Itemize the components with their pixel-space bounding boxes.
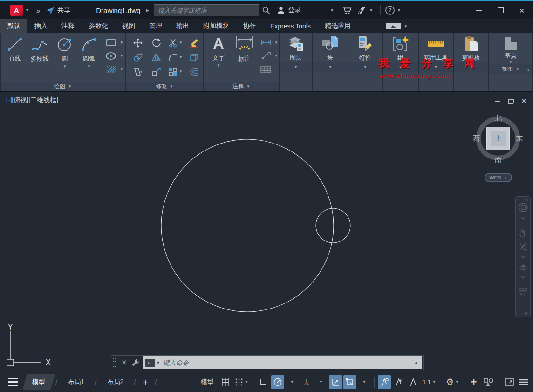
annotate-panel-expand-icon[interactable]: ▼ [246, 84, 250, 89]
showmotion-icon[interactable] [518, 288, 528, 298]
utilities-panel-expand-icon[interactable]: ▼ [434, 65, 438, 69]
polar-tracking-toggle[interactable] [271, 375, 284, 389]
block-panel-title[interactable]: ▼ [313, 62, 348, 72]
tab-view[interactable]: 视图 [115, 19, 142, 33]
command-input-field[interactable]: >_ ▼ ▲ [143, 356, 422, 369]
clipboard-panel-expand-icon[interactable]: ▼ [469, 65, 473, 69]
model-space-toggle[interactable]: 模型 [197, 378, 218, 386]
modify-panel-title[interactable]: 修改▼ [126, 82, 203, 91]
drawing-canvas[interactable]: Y X [0, 92, 533, 372]
properties-button[interactable]: 特性 [348, 33, 382, 62]
modify-panel-expand-icon[interactable]: ▼ [170, 84, 173, 89]
command-prompt-caret-icon[interactable]: ▼ [157, 361, 160, 365]
layout2-tab[interactable]: 布局2 [100, 374, 131, 390]
trim-flyout-icon[interactable]: ▼ [179, 41, 183, 45]
ribbon-display-toggle[interactable]: ▼ [386, 23, 408, 29]
search-input[interactable] [154, 4, 259, 16]
tab-annotate[interactable]: 注释 [55, 19, 82, 33]
store-cart-icon[interactable] [342, 6, 352, 15]
groups-panel-title[interactable]: ▼ [383, 62, 418, 72]
array-button[interactable]: ▼ [168, 67, 183, 77]
linear-dimension-button[interactable] [260, 39, 272, 46]
arc-button[interactable]: 圆弧 ▼ [77, 33, 101, 69]
signin-caret-icon[interactable]: ▼ [330, 8, 334, 13]
layers-panel-title[interactable]: ▼ [280, 62, 312, 72]
rotate-button[interactable] [151, 38, 162, 48]
groups-panel-expand-icon[interactable]: ▼ [399, 65, 403, 69]
viewcube-south-label[interactable]: 南 [495, 156, 502, 165]
navwheel-flyout-icon[interactable] [521, 217, 526, 220]
help-icon[interactable]: ? [385, 6, 395, 15]
viewcube-west-label[interactable]: 西 [473, 134, 480, 143]
signin-label[interactable]: 登录 [288, 6, 301, 14]
quick-access-expand-icon[interactable]: » [36, 7, 39, 14]
navigation-wheel-icon[interactable] [518, 202, 528, 213]
ellipse-button[interactable] [105, 52, 117, 60]
command-input[interactable] [163, 359, 414, 366]
annotation-autoscale-toggle[interactable] [392, 375, 405, 389]
viewport-restore-button[interactable] [508, 99, 514, 104]
command-palette[interactable]: ✕ >_ ▼ ▲ [111, 355, 424, 370]
block-button[interactable]: 块 [313, 33, 348, 62]
viewport-close-button[interactable]: × [522, 97, 526, 105]
app-menu-button[interactable]: A [10, 5, 23, 16]
snap-toggle[interactable]: ▼ [233, 375, 250, 389]
command-grip-handle[interactable] [113, 358, 116, 368]
user-icon[interactable] [277, 6, 285, 14]
view-dialog-launcher-icon[interactable]: ↘ [526, 67, 530, 72]
hatch-flyout-icon[interactable]: ▼ [120, 67, 123, 71]
properties-panel-expand-icon[interactable]: ▼ [363, 65, 367, 69]
utilities-button[interactable]: 实用工具 [419, 33, 453, 62]
properties-panel-title[interactable]: ▼ [348, 62, 382, 72]
view-panel-expand-icon[interactable]: ▼ [516, 67, 519, 71]
view-panel-title[interactable]: 视图▼ ↘ [489, 64, 532, 74]
command-settings-wrench-icon[interactable] [131, 358, 140, 367]
wcs-button[interactable]: WCS▼ [485, 173, 512, 182]
groups-button[interactable]: 组 [383, 33, 418, 62]
arc-flyout-icon[interactable]: ▼ [87, 64, 91, 69]
maximize-button[interactable] [490, 3, 511, 17]
clipboard-button[interactable]: 剪贴板 [454, 33, 488, 62]
clean-screen-button[interactable] [503, 375, 516, 389]
trim-button[interactable]: ▼ [168, 38, 183, 48]
app-menu-caret-icon[interactable]: ▼ [25, 8, 29, 13]
text-button[interactable]: A 文字 ▼ [208, 33, 229, 68]
iso-flyout[interactable]: ▼ [314, 375, 328, 389]
ellipse-flyout-icon[interactable]: ▼ [120, 54, 123, 58]
customization-add-button[interactable]: + [467, 375, 480, 389]
stretch-button[interactable] [133, 67, 143, 77]
tab-default[interactable]: 默认 [0, 19, 27, 33]
array-flyout-icon[interactable]: ▼ [179, 69, 183, 74]
rectangle-button[interactable] [105, 38, 117, 47]
orbit-icon[interactable] [519, 262, 528, 272]
tab-featured-apps[interactable]: 精选应用 [318, 19, 358, 33]
table-button[interactable] [260, 65, 272, 74]
tab-express-tools[interactable]: Express Tools [263, 19, 318, 33]
tab-collaborate[interactable]: 协作 [236, 19, 263, 33]
viewport-controls-label[interactable]: [-][俯视][二维线框] [6, 96, 58, 104]
snap-flyout-icon[interactable]: ▼ [245, 380, 248, 384]
dimension-button[interactable]: 标注 [231, 33, 257, 63]
tab-addins[interactable]: 附加模块 [196, 19, 236, 33]
grid-toggle[interactable] [219, 375, 232, 389]
annotation-scale-button[interactable] [407, 375, 420, 389]
orbit-flyout-icon[interactable] [521, 276, 526, 279]
polar-flyout[interactable]: ▼ [286, 375, 299, 389]
doc-title-caret-icon[interactable]: ▶ [146, 8, 149, 13]
navbar-collapse-icon[interactable]: ⊖ [524, 311, 528, 316]
annotate-panel-title[interactable]: 注释▼ [204, 82, 279, 91]
block-panel-expand-icon[interactable]: ▼ [328, 65, 332, 69]
basepoint-button[interactable]: 基点 ▼ [489, 33, 532, 64]
basepoint-flyout-icon[interactable]: ▼ [509, 60, 512, 64]
help-caret-icon[interactable]: ▼ [397, 8, 401, 13]
viewport-minimize-button[interactable] [495, 101, 500, 102]
navigation-bar[interactable]: ✕ ⊖ [515, 196, 531, 317]
fillet-button[interactable]: ▼ [168, 52, 183, 62]
command-prompt-icon[interactable]: >_ [145, 359, 155, 367]
object-snap-tracking-toggle[interactable] [329, 375, 342, 389]
status-customization-button[interactable] [517, 375, 530, 389]
draw-panel-expand-icon[interactable]: ▼ [68, 84, 72, 89]
text-flyout-icon[interactable]: ▼ [217, 63, 220, 68]
navbar-close-icon[interactable]: ✕ [525, 198, 528, 202]
fillet-flyout-icon[interactable]: ▼ [179, 55, 183, 59]
